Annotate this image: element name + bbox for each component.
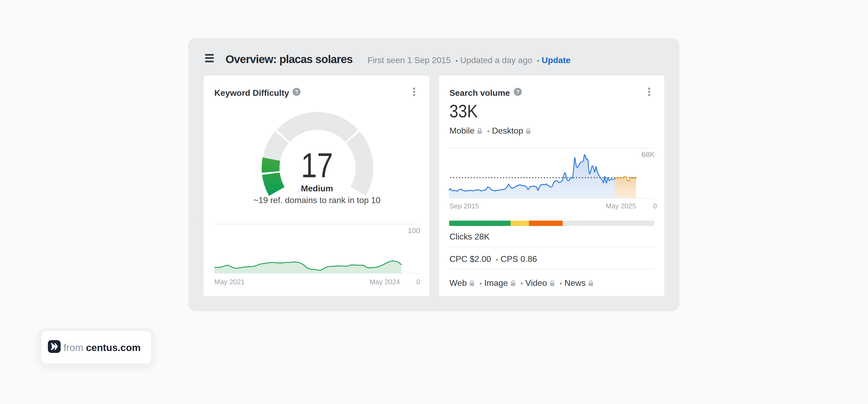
svg-text:?: ? bbox=[516, 89, 520, 95]
svg-text:?: ? bbox=[295, 89, 299, 95]
